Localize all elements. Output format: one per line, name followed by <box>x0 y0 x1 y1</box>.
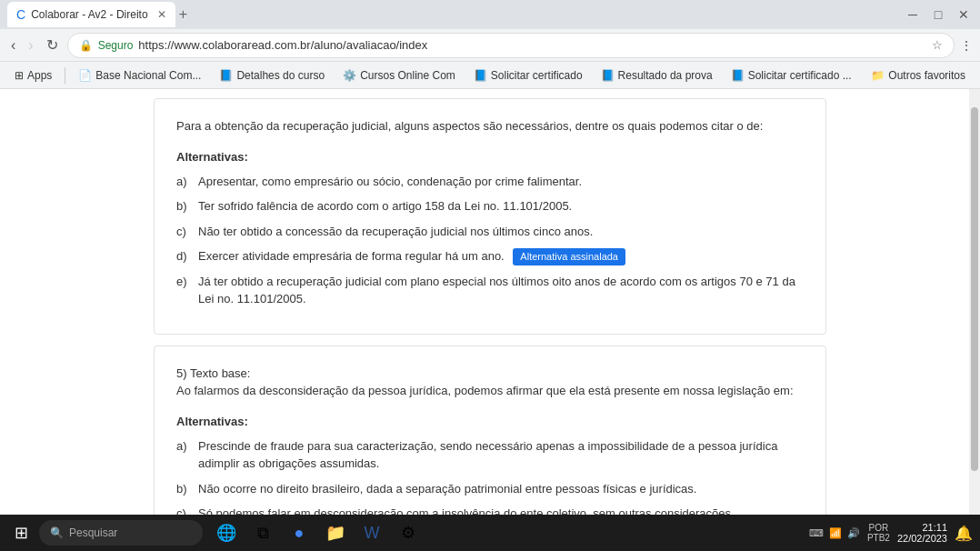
q5-alternative-b[interactable]: b) Não ocorre no direito brasileiro, dad… <box>176 480 804 498</box>
taskbar-cortana[interactable]: 🌐 <box>210 516 243 549</box>
scroll-thumb[interactable] <box>971 107 978 471</box>
title-bar: C Colaborar - Av2 - Direito ✕ + ─ □ ✕ <box>0 0 980 29</box>
forward-button[interactable]: › <box>25 35 36 55</box>
q4-letter-b: b) <box>176 197 193 215</box>
bookmark-label-3: Cursos Online Com <box>360 69 455 82</box>
question-5-number: 5) <box>176 366 187 380</box>
refresh-button[interactable]: ↻ <box>43 35 62 55</box>
secure-label: Seguro <box>98 39 134 52</box>
question-5-block: 5) Texto base: Ao falarmos da desconside… <box>154 346 826 516</box>
notification-button[interactable]: 🔔 <box>955 525 973 542</box>
maximize-button[interactable]: □ <box>929 5 947 24</box>
taskbar-explorer[interactable]: 📁 <box>319 516 352 549</box>
q4-text-d: Exercer atividade empresária de forma re… <box>198 247 804 265</box>
search-icon: 🔍 <box>50 526 64 539</box>
start-button[interactable]: ⊞ <box>7 519 35 546</box>
back-button[interactable]: ‹ <box>7 35 19 55</box>
search-label: Pesquisar <box>69 526 117 539</box>
q4-alternative-e[interactable]: e) Já ter obtido a recuperação judicial … <box>176 273 804 308</box>
taskbar-app-6[interactable]: ⚙ <box>392 516 425 549</box>
browser-tab[interactable]: C Colaborar - Av2 - Direito ✕ <box>7 2 175 27</box>
bookmark-apps-label: Apps <box>27 69 52 82</box>
bookmark-resultado[interactable]: 📘 Resultado da prova <box>594 67 720 84</box>
q5-letter-a: a) <box>176 437 193 456</box>
question-4-alternatives-label: Alternativas: <box>176 150 804 164</box>
page-content: Para a obtenção da recuperação judicial,… <box>126 89 854 515</box>
folder-icon: 📁 <box>871 69 885 82</box>
url-bar[interactable]: 🔒 Seguro https://www.colaboraread.com.br… <box>67 33 955 58</box>
window-controls: ─ □ ✕ <box>904 5 973 24</box>
bookmark-icon-1: 📄 <box>78 69 92 82</box>
apps-grid-icon: ⊞ <box>15 69 24 82</box>
question-4-block: Para a obtenção da recuperação judicial,… <box>154 98 826 335</box>
tab-favicon: C <box>16 7 25 22</box>
taskbar-locale-ptb2: PTB2 <box>867 533 890 543</box>
taskbar-locale: POR PTB2 <box>867 523 890 543</box>
q5-letter-c: c) <box>176 505 193 515</box>
q4-alternative-a[interactable]: a) Apresentar, como empresário ou sócio,… <box>176 173 804 191</box>
q5-text-a: Prescinde de fraude para sua caracteriza… <box>198 437 804 473</box>
bookmark-detalhes[interactable]: 📘 Detalhes do curso <box>212 67 332 84</box>
bookmark-apps[interactable]: ⊞ Apps <box>7 67 59 84</box>
q4-alternative-d[interactable]: d) Exercer atividade empresária de forma… <box>176 247 804 265</box>
q4-alternative-c[interactable]: c) Não ter obtido a concessão da recuper… <box>176 223 804 241</box>
bookmark-cursos[interactable]: ⚙️ Cursos Online Com <box>335 67 463 84</box>
q4-text-a: Apresentar, como empresário ou sócio, co… <box>198 173 804 191</box>
taskbar-right: ⌨ 📶 🔊 POR PTB2 21:11 22/02/2023 🔔 <box>809 522 973 544</box>
address-actions: ⋮ <box>960 38 973 53</box>
keyboard-icon: ⌨ <box>809 527 824 539</box>
bookmark-icon-3: ⚙️ <box>343 69 356 82</box>
bookmark-base-nacional[interactable]: 📄 Base Nacional Com... <box>71 67 208 84</box>
bookmark-label-1: Base Nacional Com... <box>95 69 201 82</box>
scrollbar[interactable] <box>969 89 980 515</box>
q4-letter-a: a) <box>176 173 193 191</box>
taskbar-word[interactable]: W <box>355 516 388 549</box>
q4-letter-c: c) <box>176 223 193 241</box>
bookmark-solicitar-2[interactable]: 📘 Solicitar certificado ... <box>724 67 859 84</box>
bookmark-icon-2: 📘 <box>219 69 233 82</box>
question-5-text-base: Texto base: <box>190 366 251 380</box>
bookmark-label-6: Solicitar certificado ... <box>748 69 852 82</box>
secure-icon: 🔒 <box>79 39 93 52</box>
volume-icon: 🔊 <box>847 527 860 539</box>
bookmark-label-2: Detalhes do curso <box>236 69 325 82</box>
q4-alternative-b[interactable]: b) Ter sofrido falência de acordo com o … <box>176 197 804 215</box>
taskbar-view[interactable]: ⧉ <box>246 516 279 549</box>
question-5-alternatives-label: Alternativas: <box>176 415 804 428</box>
taskbar-time[interactable]: 21:11 22/02/2023 <box>897 522 947 544</box>
bookmark-star-button[interactable]: ☆ <box>932 38 943 52</box>
q4-text-c: Não ter obtido a concessão da recuperaçã… <box>198 223 804 241</box>
close-button[interactable]: ✕ <box>955 5 973 24</box>
bookmark-solicitar-1[interactable]: 📘 Solicitar certificado <box>466 67 590 84</box>
bookmarks-bar: ⊞ Apps 📄 Base Nacional Com... 📘 Detalhes… <box>0 62 980 89</box>
q4-text-e: Já ter obtido a recuperação judicial com… <box>198 273 804 308</box>
minimize-button[interactable]: ─ <box>904 5 922 24</box>
bookmark-others-label: Outros favoritos <box>888 69 965 82</box>
tab-close-button[interactable]: ✕ <box>157 8 166 21</box>
q5-alternative-a[interactable]: a) Prescinde de fraude para sua caracter… <box>176 437 804 473</box>
taskbar-locale-por: POR <box>867 523 890 533</box>
q5-alternative-c[interactable]: c) Só podemos falar em desconsideração c… <box>176 505 804 515</box>
question-5-text: Ao falarmos da desconsideração da pessoa… <box>176 384 794 397</box>
bookmark-others[interactable]: 📁 Outros favoritos <box>864 67 973 84</box>
browser-content: Para a obtenção da recuperação judicial,… <box>0 89 980 515</box>
taskbar: ⊞ 🔍 Pesquisar 🌐 ⧉ ● 📁 W ⚙ ⌨ 📶 🔊 POR PTB2… <box>0 515 980 551</box>
bookmark-icon-5: 📘 <box>601 69 615 82</box>
taskbar-search[interactable]: 🔍 Pesquisar <box>39 520 203 546</box>
q4-letter-d: d) <box>176 247 193 265</box>
address-bar: ‹ › ↻ 🔒 Seguro https://www.colaboraread.… <box>0 29 980 62</box>
tab-title: Colaborar - Av2 - Direito <box>31 8 148 21</box>
new-tab-button[interactable]: + <box>179 6 187 23</box>
taskbar-chrome[interactable]: ● <box>283 516 315 549</box>
extensions-button[interactable]: ⋮ <box>960 38 973 53</box>
q4-text-b: Ter sofrido falência de acordo com o art… <box>198 197 804 215</box>
taskbar-apps: 🌐 ⧉ ● 📁 W ⚙ <box>210 516 425 549</box>
q4-selected-badge: Alternativa assinalada <box>513 248 625 265</box>
question-5-intro: 5) Texto base: Ao falarmos da desconside… <box>176 365 804 400</box>
bookmark-label-4: Solicitar certificado <box>491 69 583 82</box>
date-display: 22/02/2023 <box>897 533 947 544</box>
q4-letter-e: e) <box>176 273 193 291</box>
network-icon: 📶 <box>829 527 842 539</box>
q5-letter-b: b) <box>176 480 193 498</box>
bookmark-label-5: Resultado da prova <box>618 69 713 82</box>
